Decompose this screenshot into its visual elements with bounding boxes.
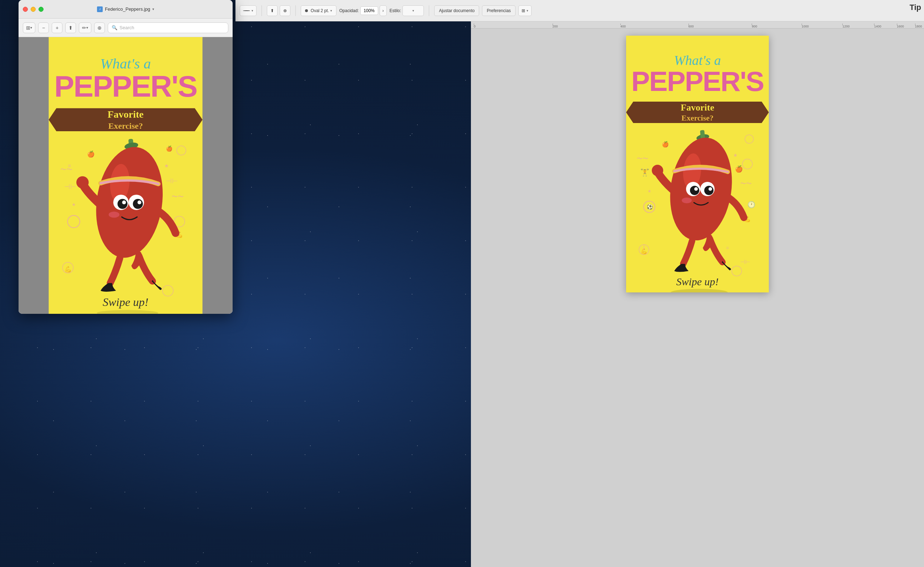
opacity-arrow-icon: › <box>382 8 384 13</box>
desktop: ▾ ⬆ ⊕ Oval 2 pt. ▾ Opacidad: <box>0 0 924 567</box>
markup-icon: ✏ <box>82 25 86 31</box>
ruler-mark-800: 800 <box>752 25 757 28</box>
upload-icon: ⬆ <box>270 8 274 13</box>
estilo-dropdown[interactable]: ▾ <box>403 5 424 16</box>
svg-text:Swipe up!: Swipe up! <box>676 276 718 287</box>
close-button[interactable] <box>23 7 28 12</box>
svg-text:≡: ≡ <box>726 245 729 251</box>
ruler-mark-0: 0 <box>474 25 476 28</box>
upload-btn[interactable]: ⬆ <box>267 5 278 16</box>
opacity-input[interactable] <box>360 6 378 15</box>
svg-text:Favorite: Favorite <box>107 109 143 120</box>
svg-text:🏋: 🏋 <box>640 168 649 177</box>
search-bar[interactable]: 🔍 Search <box>108 22 228 33</box>
file-icon: J <box>97 6 103 12</box>
stroke-oval-btn[interactable]: Oval 2 pt. ▾ <box>301 5 337 16</box>
ruler-mark-1600: 1600 <box>897 25 904 28</box>
ruler-mark-200: 200 <box>553 25 558 28</box>
annotate-btn[interactable]: ⊕ <box>280 5 290 16</box>
svg-text:PEPPER'S: PEPPER'S <box>54 69 197 103</box>
separator-3 <box>429 5 429 16</box>
view-toggle-arrow: ▾ <box>30 26 32 30</box>
annotate-btn-viewer[interactable]: ⊕ <box>94 22 105 33</box>
estilo-section: Estilo: ▾ <box>389 5 424 16</box>
share-btn[interactable]: ⬆ <box>65 22 76 33</box>
canvas-poster-svg: 〜〜 〜〜 ★ ★ ⚽ 🏋 🍎 🍎 🕐 ⊣⊢ <box>626 36 769 292</box>
svg-text:〜〜: 〜〜 <box>637 156 648 162</box>
svg-text:PEPPER'S: PEPPER'S <box>631 66 763 97</box>
svg-point-38 <box>652 165 663 176</box>
stroke-style-btn[interactable]: ▾ <box>240 5 257 16</box>
ruler-mark-400: 400 <box>621 25 626 28</box>
view-toggle-btn[interactable]: ⊞ ▾ <box>23 22 35 33</box>
svg-text:⊣⊢: ⊣⊢ <box>166 177 178 185</box>
stroke-oval-arrow: ▾ <box>331 9 332 12</box>
search-placeholder: Search <box>120 25 134 30</box>
svg-text:Favorite: Favorite <box>681 102 714 112</box>
toolbar-section-stroke: ▾ <box>240 5 257 16</box>
svg-point-33 <box>690 186 699 195</box>
svg-text:🍎: 🍎 <box>166 146 173 152</box>
preferencias-btn[interactable]: Preferencias <box>482 5 515 16</box>
viewer-poster-svg: 〜〜 〜〜 ★ ★ ⊣⊢ ⊣⊢ 🍎 🍎 💪 💪 ≡ 〰〰 What's a <box>18 37 233 314</box>
stroke-line <box>243 10 250 11</box>
ruler-mark-600: 600 <box>688 25 694 28</box>
zoom-out-icon: − <box>42 25 45 31</box>
estilo-arrow: ▾ <box>412 9 414 12</box>
titlebar-filename: J Federico_Peppers.jpg ▾ <box>97 6 154 12</box>
svg-text:★: ★ <box>733 152 738 158</box>
ruler-mark-1000: 1000 <box>802 25 809 28</box>
markup-arrow: ▾ <box>86 26 88 30</box>
right-toolbar: ▾ ⬆ ⊕ Oval 2 pt. ▾ Opacidad: <box>236 0 924 21</box>
svg-text:≡: ≡ <box>68 163 71 169</box>
stroke-oval-label: Oval 2 pt. <box>311 8 329 13</box>
svg-point-35 <box>694 187 698 191</box>
ruler: 0 200 400 600 800 1000 1200 1400 1600 18… <box>471 21 924 28</box>
svg-text:〜〜: 〜〜 <box>740 180 752 186</box>
search-icon: 🔍 <box>112 25 117 30</box>
stroke-color-dot <box>305 9 308 12</box>
svg-point-70 <box>117 199 127 209</box>
svg-text:〜〜: 〜〜 <box>171 193 184 200</box>
share-icon: ⬆ <box>69 25 73 31</box>
annotate-icon-viewer: ⊕ <box>98 25 102 31</box>
estilo-label: Estilo: <box>389 8 401 13</box>
grid-arrow: ▾ <box>527 9 528 12</box>
zoom-in-btn[interactable]: + <box>52 22 62 33</box>
ajustar-btn[interactable]: Ajustar documento <box>434 5 479 16</box>
traffic-lights <box>23 7 44 12</box>
right-panel: ▾ ⬆ ⊕ Oval 2 pt. ▾ Opacidad: <box>236 0 924 567</box>
svg-point-75 <box>77 176 89 188</box>
svg-point-71 <box>133 199 143 209</box>
canvas-area: 〜〜 〜〜 ★ ★ ⚽ 🏋 🍎 🍎 🕐 ⊣⊢ <box>471 28 924 567</box>
title-dropdown-arrow: ▾ <box>152 7 154 11</box>
annotate-icon: ⊕ <box>283 8 287 13</box>
svg-text:🕐: 🕐 <box>747 201 756 208</box>
svg-text:⚽: ⚽ <box>647 204 653 210</box>
svg-text:★: ★ <box>164 163 169 169</box>
grid-btn[interactable]: ⊞ ▾ <box>518 5 532 16</box>
markup-btn[interactable]: ✏ ▾ <box>79 22 91 33</box>
separator-1 <box>261 5 262 16</box>
minimize-button[interactable] <box>31 7 36 12</box>
svg-point-34 <box>704 186 714 195</box>
svg-point-74 <box>109 212 120 218</box>
image-viewer-window: J Federico_Peppers.jpg ▾ ⊞ ▾ − + ⬆ ✏ ▾ <box>18 0 233 314</box>
opacity-section: Opacidad: › <box>339 5 387 16</box>
document-canvas[interactable]: 〜〜 〜〜 ★ ★ ⚽ 🏋 🍎 🍎 🕐 ⊣⊢ <box>626 36 769 292</box>
separator-2 <box>295 5 296 16</box>
svg-text:Swipe up!: Swipe up! <box>103 296 149 309</box>
svg-point-72 <box>122 200 126 204</box>
viewer-content: 〜〜 〜〜 ★ ★ ⊣⊢ ⊣⊢ 🍎 🍎 💪 💪 ≡ 〰〰 What's a <box>18 37 233 314</box>
toolbar-section-upload: ⬆ ⊕ <box>267 5 290 16</box>
maximize-button[interactable] <box>39 7 44 12</box>
ruler-mark-1800: 1800 <box>915 25 922 28</box>
stroke-dropdown-arrow: ▾ <box>251 9 253 12</box>
tip-label: Tip <box>909 3 921 12</box>
ruler-mark-1200: 1200 <box>842 25 849 28</box>
opacity-arrow-btn[interactable]: › <box>380 5 387 16</box>
zoom-out-btn[interactable]: − <box>38 22 49 33</box>
opacity-label: Opacidad: <box>339 8 359 13</box>
svg-text:⊣⊢: ⊣⊢ <box>64 183 77 190</box>
svg-text:🍎: 🍎 <box>662 141 669 148</box>
